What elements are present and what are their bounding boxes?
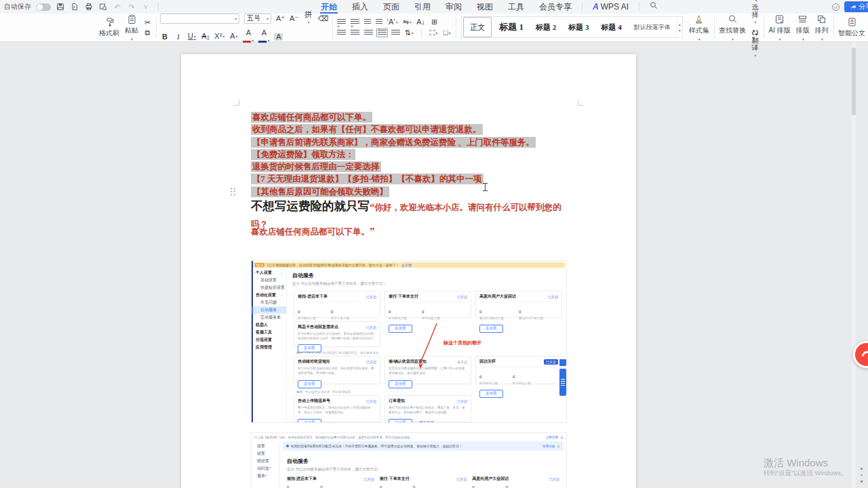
sidebar-item[interactable]: 设置 [252,443,279,450]
tab-view[interactable]: 视图 [469,0,500,14]
share-button[interactable]: 分享 [844,1,868,12]
close-icon[interactable]: ✕ [557,444,560,449]
style-set-button[interactable]: 样式集 [686,14,712,41]
sidebar-item-tools[interactable]: 客服工具 [252,329,286,336]
status-link[interactable]: 已开启 [457,399,467,403]
save-icon[interactable] [56,2,65,12]
border-icon[interactable]: □ [443,29,452,37]
bold-button[interactable]: B [160,33,169,41]
bullet-list-icon[interactable] [337,19,346,25]
shrink-font-icon[interactable]: A⁻ [290,15,298,22]
go-setup-button[interactable]: 去设置 [389,325,412,333]
style-heading4[interactable]: 标题 4 [595,17,627,37]
go-setup-button[interactable]: 去设置 [479,325,503,333]
style-normal[interactable]: 正文 [463,17,492,37]
banner-link[interactable]: 查看详情 [542,445,555,448]
cut-icon[interactable]: ✂ [143,19,152,26]
ai-typeset-button[interactable]: AI 排版 [766,14,793,41]
status-link[interactable]: 未开启 [457,360,467,364]
font-name-combo[interactable]: ▾ [160,14,239,24]
scroll-page-buttons[interactable]: ▲ • ▼ [859,466,864,484]
sidebar-item[interactable]: 细设置 [252,458,279,465]
format-painter-button[interactable]: 格式刷 [96,14,122,41]
status-link[interactable]: 已开启 [364,477,374,481]
font-color-button[interactable]: A [258,29,269,45]
paste-button[interactable]: 粘贴 [122,14,141,41]
style-heading3[interactable]: 标题 3 [562,17,595,37]
sidebar-item-apps[interactable]: 应用管理 [252,344,286,351]
justify-icon[interactable] [378,30,387,36]
arrange-button[interactable]: 排列 [812,14,831,41]
heading-red-line2[interactable]: 喜欢店铺任何商品都可以下单。” [251,225,375,238]
smart-doc-button[interactable]: 智能公文 [835,14,868,41]
highlighted-paragraph[interactable]: 喜欢店铺任何商品都可以下单。 收到商品之后，如果有【任何】不喜欢都可以申请退货退… [251,110,536,197]
status-link[interactable]: 已开启 [548,295,558,299]
decrease-indent-icon[interactable] [364,19,371,25]
go-setup-button[interactable]: 去设置 [389,380,412,388]
grow-font-icon[interactable]: A⁺ [276,15,285,22]
align-left-icon[interactable] [337,30,346,36]
sidebar-item-auto-service[interactable]: 自动服务 [252,306,286,314]
line-spacing-icon[interactable]: ⇅ [405,29,414,37]
char-shading-button[interactable]: A [274,33,283,41]
go-setup-button[interactable]: 去设置 [479,390,503,398]
autosave-toggle[interactable] [36,3,51,11]
distribute-icon[interactable] [391,30,400,36]
tab-insert[interactable]: 插入 [344,0,376,14]
quickbar-dropdown-icon[interactable]: ˅ [141,2,151,12]
tab-review[interactable]: 审阅 [438,0,469,14]
ribbon-search-icon[interactable] [642,0,665,14]
status-link[interactable]: 已开启 [366,360,376,364]
italic-button[interactable]: I [174,33,182,41]
redo-icon[interactable]: ↷ [127,2,136,12]
numbered-list-icon[interactable] [351,19,359,25]
export-pdf-icon[interactable]: P [70,2,79,12]
status-link[interactable]: 已开启 [549,477,559,481]
sidebar-item-robot[interactable]: 机器人 [252,321,286,329]
page-up-icon[interactable]: ▲ [859,466,864,470]
go-setup-button[interactable]: 去设置 [389,419,412,423]
font-size-combo[interactable]: 五号▾ [244,14,271,24]
floating-promo-widget[interactable] [559,359,567,396]
print-preview-icon[interactable] [98,2,108,12]
sidebar-group-automation[interactable]: 自动化设置⌄ [252,291,286,299]
sidebar-item[interactable]: 互动服务单 [252,314,286,321]
doc-scrollbar-thumb[interactable] [852,47,856,115]
char-scale-icon[interactable]: ʻAʼ [387,18,398,26]
promo-link[interactable]: 去开通 [401,263,412,267]
view-effect-link[interactable]: 查看效果 [419,420,434,423]
style-heading1[interactable]: 标题 1 [493,17,530,37]
highlight-color-button[interactable]: A [243,29,254,45]
browse-object-icon[interactable]: • [861,472,862,477]
status-link[interactable]: 已开启 [457,295,467,299]
align-right-icon[interactable] [364,30,373,36]
sidebar-item-routing[interactable]: 分流设置 [252,336,286,344]
shot2-top-link[interactable]: 立即查看 [546,436,558,439]
tab-member[interactable]: 会员专享 [532,0,579,14]
document-page[interactable]: 喜欢店铺任何商品都可以下单。 收到商品之后，如果有【任何】不喜欢都可以申请退货退… [181,54,636,488]
go-setup-button[interactable]: 去设置 [298,380,321,388]
status-link[interactable]: 已开启 [366,399,376,403]
status-link[interactable]: 已开启 [366,295,376,299]
tab-tools[interactable]: 工具 [500,0,532,14]
page-down-icon[interactable]: ▼ [859,479,864,484]
status-link[interactable]: 已开启 [456,477,467,481]
sidebar-item[interactable]: 基础设置 [252,277,286,284]
superscript-button[interactable]: X² [214,33,224,41]
tab-reference[interactable]: 引用 [407,0,438,14]
sidebar-group-personal[interactable]: 个人设置⌄ [252,269,286,277]
sort-icon[interactable]: A↓ [416,18,425,26]
promo-bar[interactable]: 双11 1元开通旗舰版试用，自动回复/智能接待/数据看板等能力全面升级，助力大促… [253,262,565,268]
style-heading2[interactable]: 标题 2 [530,17,562,37]
typeset-button[interactable]: 排版 [793,14,812,41]
sidebar-item[interactable]: 设置 [252,450,279,458]
sidebar-item[interactable]: 服务* [252,472,279,480]
tab-wps-ai[interactable]: AWPS AI [585,0,636,14]
clear-format-icon[interactable]: ⌫ [318,15,328,22]
select-tool-button[interactable]: ⭦ 选择 [751,0,760,26]
translate-button[interactable]: 🗘 翻译 [751,29,760,60]
undo-icon[interactable]: ↶ [113,2,122,12]
status-link[interactable]: 已开启 [366,325,376,329]
style-gallery-stepper[interactable]: ▴▾ [677,17,682,37]
text-direction-icon[interactable]: ⇋ [403,18,412,26]
